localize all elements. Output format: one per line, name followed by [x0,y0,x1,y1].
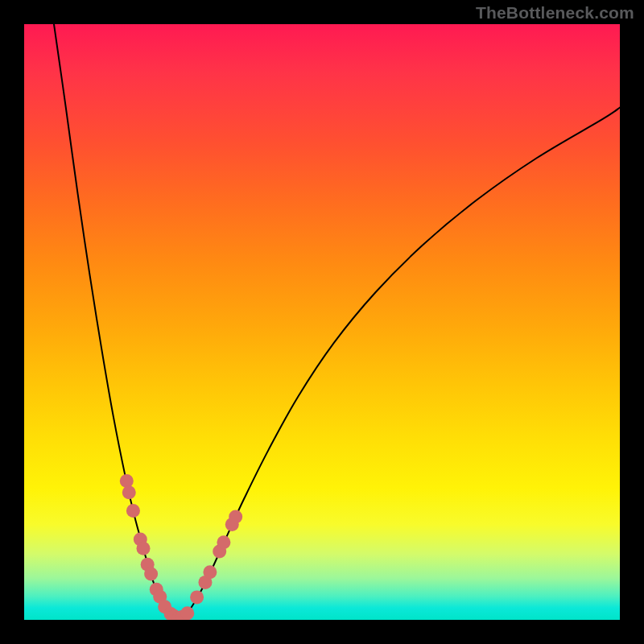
data-marker [137,542,151,555]
data-marker [203,565,217,579]
curve-svg [24,24,620,620]
data-marker [126,504,140,518]
chart-container: TheBottleneck.com [0,0,644,644]
data-marker [229,510,242,523]
data-marker [144,568,158,581]
marker-group [120,474,242,620]
right-curve-path [179,108,620,618]
attribution-text: TheBottleneck.com [476,3,634,23]
data-marker [122,485,136,499]
data-marker [217,535,230,549]
plot-area [24,24,620,620]
data-marker [190,590,204,604]
data-marker [180,606,194,620]
data-marker [120,474,134,488]
left-curve-path [54,24,179,618]
